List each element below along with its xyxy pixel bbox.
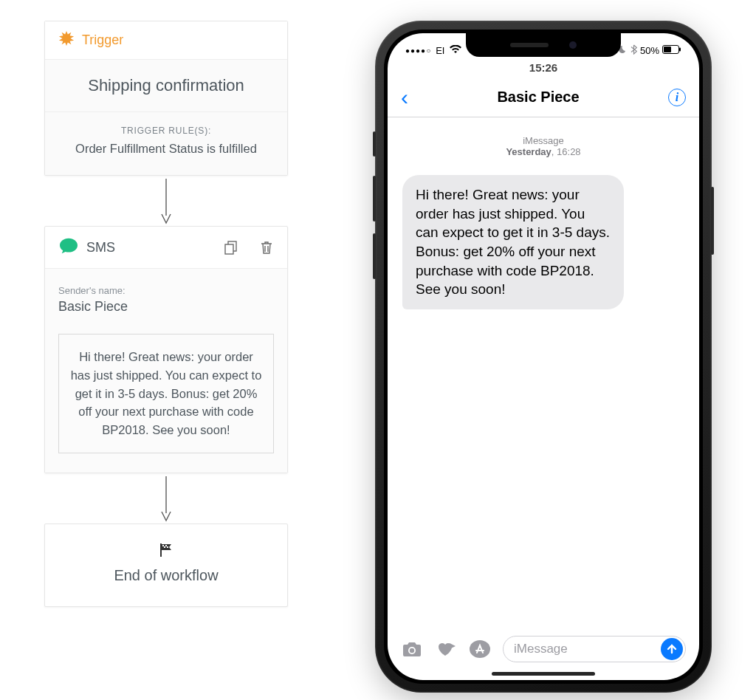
end-card: End of workflow: [44, 524, 288, 607]
carrier-label: EI: [436, 45, 444, 56]
trigger-rules-label: TRIGGER RULE(S):: [60, 126, 272, 136]
battery-pct: 50%: [640, 45, 659, 56]
incoming-message-bubble[interactable]: Hi there! Great news: your order has jus…: [402, 175, 624, 309]
trigger-rules: TRIGGER RULE(S): Order Fulfillment Statu…: [45, 112, 287, 175]
battery-icon: [662, 45, 681, 56]
volume-down-button: [373, 233, 376, 279]
svg-point-14: [470, 640, 490, 658]
svg-rect-5: [162, 545, 164, 546]
burst-icon: [58, 30, 75, 50]
sms-card-body: Sender's name: Basic Piece Hi there! Gre…: [45, 269, 287, 473]
svg-rect-7: [164, 546, 165, 548]
sms-card-header: SMS: [45, 227, 287, 269]
bluetooth-icon: [630, 44, 637, 57]
trigger-card-header: Trigger: [45, 21, 287, 60]
sms-head-label: SMS: [86, 240, 216, 255]
connector-arrow: [159, 473, 173, 524]
trigger-rules-text: Order Fulfillment Status is fulfilled: [60, 142, 272, 156]
signal-dots-icon: ●●●●○: [405, 47, 431, 55]
duplicate-button[interactable]: [224, 240, 238, 255]
conversation-thread[interactable]: iMessage Yesterday, 16:28 Hi there! Grea…: [388, 117, 699, 625]
message-placeholder: iMessage: [514, 642, 568, 656]
conversation-title: Basic Piece: [497, 89, 579, 106]
svg-point-13: [410, 648, 414, 653]
trigger-head-label: Trigger: [82, 32, 123, 48]
connector-arrow: [159, 176, 173, 226]
back-button[interactable]: ‹: [401, 86, 408, 109]
sms-message-preview[interactable]: Hi there! Great news: your order has jus…: [58, 334, 274, 453]
phone-mockup: ●●●●○ EI 50%: [375, 21, 712, 693]
digital-touch-icon[interactable]: [435, 640, 457, 658]
sender-label: Sender's name:: [58, 285, 274, 296]
camera-icon[interactable]: [401, 640, 423, 658]
send-button[interactable]: [661, 638, 683, 660]
message-input-bar: iMessage: [388, 631, 699, 667]
end-label: End of workflow: [52, 567, 280, 584]
flag-icon: [52, 542, 280, 561]
phone-screen: ●●●●○ EI 50%: [388, 33, 699, 680]
svg-rect-11: [679, 47, 681, 51]
svg-rect-4: [160, 543, 162, 557]
workflow-panel: Trigger Shipping confirmation TRIGGER RU…: [44, 21, 288, 607]
trigger-title: Shipping confirmation: [45, 60, 287, 112]
statusbar-time: 15:26: [529, 61, 557, 74]
thread-channel-label: iMessage: [401, 135, 686, 146]
power-button: [711, 187, 714, 255]
volume-up-button: [373, 176, 376, 222]
sms-card[interactable]: SMS Sender's name: Basic Piece Hi there!…: [44, 226, 288, 473]
trigger-card[interactable]: Trigger Shipping confirmation TRIGGER RU…: [44, 21, 288, 176]
thread-timestamp: Yesterday, 16:28: [401, 146, 686, 157]
speech-bubble-icon: [58, 237, 79, 258]
app-store-icon[interactable]: [469, 638, 491, 660]
messages-navbar: ‹ Basic Piece i: [388, 78, 699, 117]
mute-switch: [373, 131, 376, 157]
svg-rect-10: [664, 47, 671, 52]
home-indicator[interactable]: [492, 672, 595, 676]
delete-button[interactable]: [259, 240, 274, 255]
svg-rect-8: [167, 546, 168, 548]
svg-rect-6: [165, 545, 167, 546]
message-input[interactable]: iMessage: [503, 636, 686, 662]
svg-rect-2: [225, 244, 233, 254]
wifi-icon: [450, 45, 461, 56]
info-button[interactable]: i: [668, 89, 686, 106]
sender-value: Basic Piece: [58, 299, 274, 315]
notch: [466, 33, 621, 57]
